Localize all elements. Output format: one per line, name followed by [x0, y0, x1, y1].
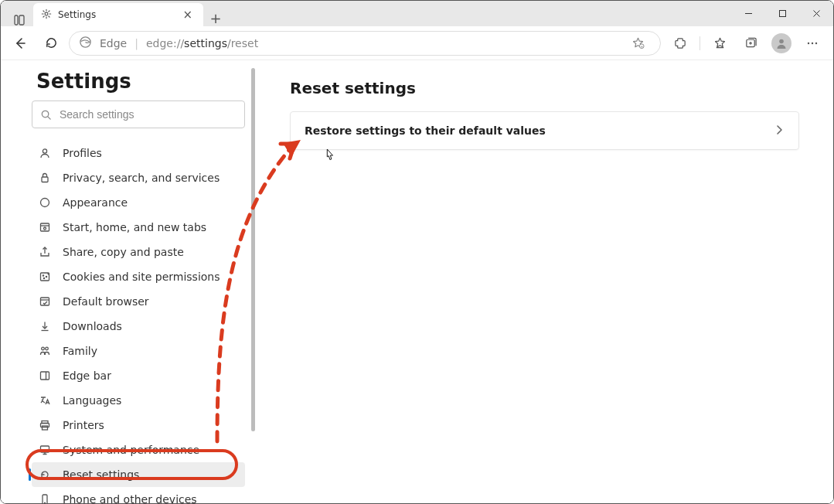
svg-point-26 — [44, 227, 46, 230]
system-icon — [38, 443, 52, 457]
sidebar-item-share[interactable]: Share, copy and paste — [32, 240, 245, 264]
page-title: Reset settings — [290, 79, 799, 97]
sidebar-item-label: Languages — [63, 394, 121, 407]
maximize-button[interactable] — [765, 1, 799, 26]
download-icon — [38, 319, 52, 333]
appearance-icon — [38, 196, 52, 209]
close-tab-icon[interactable]: × — [179, 8, 196, 22]
favorites-icon[interactable] — [705, 30, 734, 56]
sidebar-item-reset[interactable]: Reset settings — [32, 462, 245, 487]
svg-point-35 — [46, 347, 49, 350]
sidebar-item-start[interactable]: Start, home, and new tabs — [32, 215, 245, 240]
main-content: Reset settings Restore settings to their… — [256, 60, 833, 503]
phone-icon — [38, 492, 52, 503]
sidebar-item-system[interactable]: System and performance — [32, 438, 245, 462]
svg-rect-4 — [779, 11, 785, 17]
profile-icon — [38, 146, 52, 160]
titlebar: Settings × + — [1, 1, 833, 26]
svg-point-15 — [779, 39, 784, 43]
sidebar-item-default[interactable]: Default browser — [32, 289, 245, 314]
reset-icon — [38, 468, 52, 482]
svg-point-17 — [812, 42, 813, 43]
lock-icon — [38, 171, 52, 185]
sidebar-item-printer[interactable]: Printers — [32, 413, 245, 438]
url-suffix: /reset — [227, 37, 258, 49]
restore-defaults-label: Restore settings to their default values — [305, 124, 546, 137]
svg-rect-36 — [41, 372, 49, 380]
extensions-icon[interactable] — [665, 30, 695, 56]
svg-point-21 — [43, 149, 46, 153]
cookies-icon — [38, 270, 52, 284]
family-icon — [38, 344, 52, 358]
sidebar-scrollbar[interactable] — [250, 60, 256, 503]
sidebar-item-label: Family — [63, 345, 97, 357]
sidebar-item-family[interactable]: Family — [32, 339, 245, 363]
favorite-star-icon[interactable]: + — [625, 30, 651, 56]
edge-logo-icon — [79, 36, 92, 51]
svg-point-28 — [43, 275, 43, 276]
sidebar-item-languages[interactable]: Languages — [32, 388, 245, 413]
svg-point-30 — [43, 278, 44, 278]
back-button[interactable] — [7, 30, 33, 56]
gear-icon — [41, 9, 52, 22]
sidebar-item-lock[interactable]: Privacy, search, and services — [32, 165, 245, 190]
url-bold: settings — [184, 37, 227, 49]
tab-title: Settings — [58, 9, 96, 20]
svg-text:+: + — [640, 45, 643, 49]
sidebar-item-label: Edge bar — [63, 369, 111, 382]
minimize-button[interactable] — [731, 1, 765, 26]
svg-point-29 — [46, 276, 46, 277]
sidebar-item-label: Start, home, and new tabs — [63, 221, 206, 233]
sidebar-item-label: Profiles — [63, 147, 102, 159]
svg-point-34 — [42, 347, 45, 350]
svg-rect-0 — [15, 15, 18, 25]
sidebar-item-label: Reset settings — [63, 468, 139, 481]
share-icon — [38, 245, 52, 259]
svg-point-18 — [815, 42, 817, 43]
svg-point-2 — [45, 12, 48, 15]
start-icon — [38, 220, 52, 234]
sidebar-item-label: Cookies and site permissions — [63, 271, 220, 283]
sidebar-item-label: Downloads — [63, 320, 122, 332]
svg-point-16 — [808, 42, 809, 43]
restore-defaults-card[interactable]: Restore settings to their default values — [290, 111, 799, 150]
sidebar-item-label: Default browser — [63, 295, 149, 308]
sidebar-item-cookies[interactable]: Cookies and site permissions — [32, 264, 245, 289]
svg-line-20 — [48, 116, 50, 118]
svg-rect-46 — [43, 495, 47, 503]
close-window-button[interactable] — [799, 1, 833, 26]
profile-avatar[interactable] — [767, 30, 796, 56]
settings-title: Settings — [32, 66, 245, 100]
sidebar-item-appearance[interactable]: Appearance — [32, 190, 245, 215]
tab-overview-icon[interactable] — [5, 14, 33, 26]
sidebar-item-phone[interactable]: Phone and other devices — [32, 487, 245, 503]
search-input[interactable] — [60, 108, 237, 121]
edgebar-icon — [38, 369, 52, 383]
svg-rect-22 — [42, 177, 48, 182]
address-bar[interactable]: Edge | edge://settings/reset + — [69, 31, 661, 56]
sidebar-item-download[interactable]: Downloads — [32, 314, 245, 339]
languages-icon — [38, 393, 52, 407]
default-icon — [38, 295, 52, 308]
printer-icon — [38, 418, 52, 432]
sidebar-item-label: Appearance — [63, 196, 128, 209]
address-app-label: Edge — [100, 37, 127, 49]
search-icon — [40, 109, 52, 121]
sidebar-item-edgebar[interactable]: Edge bar — [32, 363, 245, 388]
new-tab-button[interactable]: + — [203, 10, 228, 26]
settings-sidebar: Settings ProfilesPrivacy, search, and se… — [1, 60, 256, 503]
browser-tab[interactable]: Settings × — [33, 3, 203, 26]
refresh-button[interactable] — [38, 30, 64, 56]
chevron-right-icon — [774, 124, 785, 138]
sidebar-item-label: Printers — [63, 419, 104, 431]
sidebar-item-label: Share, copy and paste — [63, 246, 184, 258]
svg-point-23 — [41, 199, 49, 207]
svg-rect-42 — [43, 426, 48, 430]
sidebar-item-label: Privacy, search, and services — [63, 172, 220, 184]
collections-icon[interactable] — [736, 30, 765, 56]
more-menu-icon[interactable] — [798, 30, 827, 56]
sidebar-item-profile[interactable]: Profiles — [32, 141, 245, 165]
sidebar-item-label: Phone and other devices — [63, 493, 197, 503]
svg-rect-43 — [41, 446, 49, 452]
search-box[interactable] — [32, 100, 245, 128]
